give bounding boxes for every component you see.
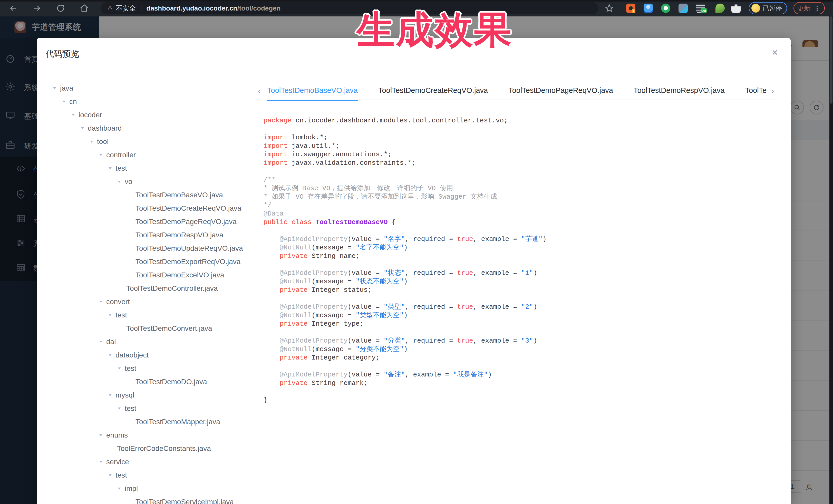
tree-file[interactable]: ToolTestDemoExportReqVO.java xyxy=(53,255,256,268)
chrome-update-button[interactable]: 更新 ⋮ xyxy=(793,2,825,15)
tree-node-label: impl xyxy=(125,484,138,493)
file-tab-4[interactable]: ToolTe xyxy=(745,83,767,101)
tree-folder[interactable]: impl xyxy=(53,482,256,495)
tree-folder[interactable]: convert xyxy=(53,295,256,309)
tree-node-label: dal xyxy=(106,338,116,346)
tree-folder[interactable]: service xyxy=(53,455,256,469)
caret-down-icon[interactable] xyxy=(109,354,112,356)
extensions-puzzle-icon[interactable] xyxy=(731,4,741,13)
tree-node-label: tool xyxy=(97,138,109,146)
tree-node-label: convert xyxy=(106,298,130,306)
tabs-scroll-left-icon[interactable]: ‹ xyxy=(258,86,265,96)
scrollbar-thumb[interactable] xyxy=(830,17,832,104)
tree-folder[interactable]: test xyxy=(53,309,256,322)
not-secure-warning-icon: ⚠ xyxy=(107,5,113,12)
extension-icon-blue-drop[interactable] xyxy=(644,4,653,13)
tabs-scroll-right-icon[interactable]: › xyxy=(771,86,778,96)
tree-node-label: ToolTestDemoConvert.java xyxy=(126,325,212,333)
emoji-avatar-icon xyxy=(752,4,760,13)
tree-file[interactable]: ToolTestDemoController.java xyxy=(53,282,256,295)
tree-folder[interactable]: controller xyxy=(53,148,256,162)
caret-down-icon[interactable] xyxy=(118,367,121,369)
caret-down-icon[interactable] xyxy=(81,127,84,129)
caret-down-icon[interactable] xyxy=(72,114,75,116)
tree-folder[interactable]: test xyxy=(53,469,256,482)
file-tab-3[interactable]: ToolTestDemoRespVO.java xyxy=(634,83,725,101)
forward-icon[interactable] xyxy=(32,4,42,13)
tree-file[interactable]: ToolErrorCodeConstants.java xyxy=(53,442,256,455)
extension-icon-squares[interactable] xyxy=(679,4,688,13)
tree-folder[interactable]: enums xyxy=(53,429,256,442)
caret-down-icon[interactable] xyxy=(90,141,93,143)
tree-file[interactable]: ToolTestDemoDO.java xyxy=(53,375,256,388)
tree-node-label: ToolTestDemoController.java xyxy=(126,284,218,292)
caret-down-icon[interactable] xyxy=(118,181,121,183)
caret-down-icon[interactable] xyxy=(109,474,112,476)
tree-folder[interactable]: iocoder xyxy=(53,108,256,122)
file-tab-1[interactable]: ToolTestDemoCreateReqVO.java xyxy=(378,83,488,101)
file-tab-2[interactable]: ToolTestDemoPageReqVO.java xyxy=(508,83,613,101)
tree-node-label: test xyxy=(125,364,136,373)
tree-node-label: cn xyxy=(69,97,77,106)
tree-file[interactable]: ToolTestDemoBaseVO.java xyxy=(53,188,256,202)
tree-folder[interactable]: dashboard xyxy=(53,122,256,135)
tree-folder[interactable]: dataobject xyxy=(53,349,256,362)
paused-profile-chip[interactable]: 已暂停 xyxy=(749,2,787,15)
tree-folder[interactable]: tool xyxy=(53,135,256,148)
file-tab-0[interactable]: ToolTestDemoBaseVO.java xyxy=(267,83,358,101)
url-path: /tool/codegen xyxy=(237,4,281,12)
caret-down-icon[interactable] xyxy=(99,154,102,156)
bookmark-star-icon[interactable] xyxy=(604,4,614,13)
caret-down-icon[interactable] xyxy=(99,301,102,303)
tree-file[interactable]: ToolTestDemoCreateReqVO.java xyxy=(53,202,256,215)
tree-folder[interactable]: test xyxy=(53,402,256,415)
tree-node-label: test xyxy=(116,164,127,172)
extension-badge-count: 1 xyxy=(632,9,636,13)
tree-node-label: ToolTestDemoExportReqVO.java xyxy=(136,258,240,266)
caret-down-icon[interactable] xyxy=(99,461,102,463)
kebab-menu-icon[interactable]: ⋮ xyxy=(814,5,821,12)
code-viewer[interactable]: package cn.iocoder.dashboard.modules.too… xyxy=(264,117,547,404)
caret-down-icon[interactable] xyxy=(109,167,112,169)
home-icon[interactable] xyxy=(79,4,89,13)
tree-node-label: java xyxy=(60,84,73,92)
tree-file[interactable]: ToolTestDemoUpdateReqVO.java xyxy=(53,242,256,255)
tree-file[interactable]: ToolTestDemoRespVO.java xyxy=(53,229,256,242)
tree-folder[interactable]: java xyxy=(53,81,256,95)
reload-icon[interactable] xyxy=(56,4,65,13)
extension-icon-sprout[interactable] xyxy=(715,4,725,13)
paused-label: 已暂停 xyxy=(763,4,782,13)
tree-file[interactable]: ToolTestDemoServiceImpl.java xyxy=(53,495,256,504)
tree-folder[interactable]: vo xyxy=(53,175,256,188)
extension-icon-green-circle[interactable] xyxy=(661,4,670,13)
annotation-overlay-text: 生成效果 xyxy=(357,5,521,56)
tree-folder[interactable]: mysql xyxy=(53,388,256,402)
caret-down-icon[interactable] xyxy=(53,87,56,89)
tree-file[interactable]: ToolTestDemoConvert.java xyxy=(53,322,256,335)
caret-down-icon[interactable] xyxy=(109,314,112,316)
caret-down-icon[interactable] xyxy=(118,487,121,489)
caret-down-icon[interactable] xyxy=(62,101,66,103)
tree-folder[interactable]: cn xyxy=(53,95,256,108)
file-tree: javacniocoderdashboardtoolcontrollertest… xyxy=(53,81,256,504)
caret-down-icon[interactable] xyxy=(99,434,102,436)
caret-down-icon[interactable] xyxy=(118,408,121,410)
caret-down-icon[interactable] xyxy=(109,394,112,396)
tree-folder[interactable]: test xyxy=(53,162,256,175)
tree-file[interactable]: ToolTestDemoExcelVO.java xyxy=(53,268,256,282)
tree-node-label: ToolTestDemoCreateReqVO.java xyxy=(136,204,241,213)
back-icon[interactable] xyxy=(9,4,18,13)
tree-folder[interactable]: test xyxy=(53,362,256,375)
tree-file[interactable]: ToolTestDemoPageReqVO.java xyxy=(53,215,256,229)
tree-node-label: dataobject xyxy=(116,351,149,359)
tree-file[interactable]: ToolTestDemoMapper.java xyxy=(53,415,256,429)
window-frame-edge xyxy=(0,0,833,2)
caret-down-icon[interactable] xyxy=(99,341,102,343)
close-icon[interactable]: × xyxy=(772,47,778,57)
address-bar[interactable]: ⚠ 不安全 dashboard.yudao.iocoder.cn/tool/co… xyxy=(101,2,598,14)
file-tabs-bar: ‹ ToolTestDemoBaseVO.javaToolTestDemoCre… xyxy=(258,83,778,100)
browser-scrollbar[interactable] xyxy=(829,17,833,504)
tree-node-label: ToolTestDemoRespVO.java xyxy=(136,231,223,239)
update-label: 更新 xyxy=(798,4,810,13)
tree-folder[interactable]: dal xyxy=(53,335,256,349)
